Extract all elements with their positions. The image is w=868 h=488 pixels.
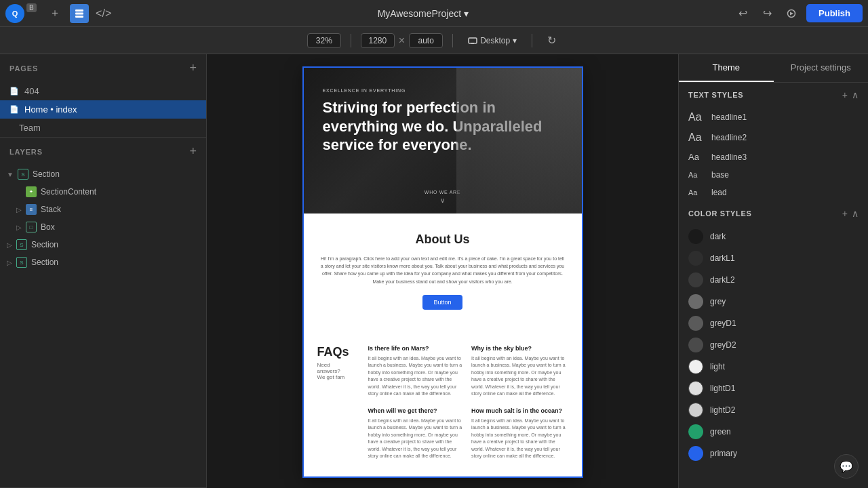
page-item-404[interactable]: 📄 404 xyxy=(0,82,206,100)
layer-box[interactable]: ▷ □ Box xyxy=(0,218,206,236)
text-style-lead[interactable]: Aa lead xyxy=(679,184,868,201)
faq-item-1: Is there life on Mars? It all begins wit… xyxy=(368,345,465,398)
canvas-area[interactable]: EXCELLENCE IN EVERYTHING Striving for pe… xyxy=(207,54,678,488)
device-selector[interactable]: Desktop ▾ xyxy=(462,31,522,50)
color-greyD1[interactable]: greyD1 xyxy=(679,312,868,334)
canvas-wrapper: EXCELLENCE IN EVERYTHING Striving for pe… xyxy=(304,68,582,476)
text-style-icon-h1: Aa xyxy=(688,111,705,123)
faq-item-2: Why is the sky blue? It all begins with … xyxy=(471,345,568,398)
faq-title: FAQs xyxy=(317,345,349,359)
layers-header: LAYERS + xyxy=(0,138,206,165)
color-darkL1[interactable]: darkL1 xyxy=(679,247,868,269)
toolbar-size-group: × xyxy=(361,33,443,48)
about-button[interactable]: Button xyxy=(422,295,462,310)
refresh-button[interactable]: ↻ xyxy=(542,31,561,50)
color-swatch-dark xyxy=(688,229,703,244)
color-greyD2[interactable]: greyD2 xyxy=(679,334,868,356)
height-input[interactable] xyxy=(409,33,443,48)
project-name[interactable]: MyAwesomeProject ▾ xyxy=(378,8,469,19)
expand-arrow-1: ▼ xyxy=(7,171,14,178)
publish-button[interactable]: Publish xyxy=(806,4,863,22)
color-darkL2[interactable]: darkL2 xyxy=(679,269,868,291)
add-color-style-button[interactable]: + xyxy=(842,208,848,219)
layer-section-2[interactable]: ▷ S Section xyxy=(0,236,206,253)
color-styles-section: COLOR STYLES + ∧ dark darkL1 darkL2 gr xyxy=(679,201,868,464)
expand-arrow-box: ▷ xyxy=(16,224,22,231)
faq-item-3: When will we get there? It all begins wi… xyxy=(368,407,465,460)
color-green[interactable]: green xyxy=(679,421,868,443)
color-swatch-darkL2 xyxy=(688,272,703,287)
badge: B xyxy=(26,3,37,12)
faq-question-1: Is there life on Mars? xyxy=(368,345,465,352)
about-section[interactable]: About Us Hi! I'm a paragraph. Click here… xyxy=(304,214,582,329)
hero-chevron-icon: ∨ xyxy=(440,197,446,204)
hero-who: WHO WE ARE ∨ xyxy=(425,190,460,204)
text-style-icon-base: Aa xyxy=(688,171,705,179)
tab-project-settings[interactable]: Project settings xyxy=(774,54,869,82)
size-separator: × xyxy=(399,35,405,47)
svg-rect-4 xyxy=(469,38,477,43)
add-page-button[interactable]: + xyxy=(189,61,197,75)
faq-grid: Is there life on Mars? It all begins wit… xyxy=(368,345,568,460)
faq-subtitle: Need answers? We got fam xyxy=(317,362,349,380)
text-style-headline2[interactable]: Aa headline2 xyxy=(679,127,868,148)
text-style-base[interactable]: Aa base xyxy=(679,166,868,184)
color-styles-header: COLOR STYLES + ∧ xyxy=(679,201,868,226)
text-style-icon-h2: Aa xyxy=(688,131,705,144)
color-lightD2[interactable]: lightD2 xyxy=(679,399,868,421)
faq-section[interactable]: FAQs Need answers? We got fam Is there l… xyxy=(304,329,582,476)
box-icon: □ xyxy=(26,222,37,232)
page-item-team[interactable]: Team xyxy=(0,119,206,137)
layer-stack[interactable]: ▷ ≡ Stack xyxy=(0,201,206,218)
toolbar-separator-3 xyxy=(532,34,532,47)
left-panel: PAGES + 📄 404 📄 Home • index Team LAYERS… xyxy=(0,54,207,488)
layer-section-1[interactable]: ▼ S Section xyxy=(0,165,206,183)
collapse-color-styles-button[interactable]: ∧ xyxy=(852,208,859,219)
text-style-icon-lead: Aa xyxy=(688,188,705,197)
preview-button[interactable] xyxy=(782,4,801,23)
text-style-headline1[interactable]: Aa headline1 xyxy=(679,107,868,127)
faq-question-3: When will we get there? xyxy=(368,407,465,414)
color-swatch-light xyxy=(688,359,703,374)
text-styles-section: TEXT STYLES + ∧ Aa headline1 Aa headline… xyxy=(679,83,868,201)
layer-section-3[interactable]: ▷ S Section xyxy=(0,253,206,271)
color-grey[interactable]: grey xyxy=(679,291,868,312)
topbar-left: Q B ＋ </> xyxy=(5,4,113,23)
hero-section[interactable]: EXCELLENCE IN EVERYTHING Striving for pe… xyxy=(304,68,582,214)
svg-rect-2 xyxy=(75,16,83,18)
color-styles-controls: + ∧ xyxy=(842,208,859,219)
collapse-text-styles-button[interactable]: ∧ xyxy=(852,89,859,100)
code-button[interactable]: </> xyxy=(94,4,113,23)
layers-button[interactable] xyxy=(70,4,89,23)
color-swatch-darkL1 xyxy=(688,251,703,266)
redo-button[interactable]: ↪ xyxy=(757,4,776,23)
width-input[interactable] xyxy=(361,33,395,48)
text-styles-header: TEXT STYLES + ∧ xyxy=(679,83,868,107)
right-tabs: Theme Project settings xyxy=(679,54,868,83)
stack-icon: ≡ xyxy=(26,204,37,215)
tab-theme[interactable]: Theme xyxy=(679,54,774,82)
faq-answer-1: It all begins with an idea. Maybe you wa… xyxy=(368,355,465,398)
chat-bubble[interactable]: 💬 xyxy=(834,454,859,479)
add-button[interactable]: ＋ xyxy=(45,4,64,23)
color-lightD1[interactable]: lightD1 xyxy=(679,378,868,399)
pages-header: PAGES + xyxy=(0,54,206,82)
hero-title: Striving for perfection in everything we… xyxy=(323,98,563,155)
section-content-icon: ✦ xyxy=(26,186,37,197)
add-text-style-button[interactable]: + xyxy=(842,89,848,100)
expand-arrow-3: ▷ xyxy=(7,259,12,266)
layer-section-content[interactable]: ▷ ✦ SectionContent xyxy=(0,183,206,201)
faq-question-2: Why is the sky blue? xyxy=(471,345,568,352)
page-item-home[interactable]: 📄 Home • index xyxy=(0,100,206,119)
zoom-input[interactable] xyxy=(307,33,341,48)
text-style-headline3[interactable]: Aa headline3 xyxy=(679,148,868,166)
layers-section: LAYERS + ▼ S Section ▷ ✦ SectionContent … xyxy=(0,138,206,488)
undo-button[interactable]: ↩ xyxy=(733,4,752,23)
color-swatch-greyD1 xyxy=(688,316,703,331)
chat-icon: 💬 xyxy=(840,460,853,473)
expand-arrow-stack: ▷ xyxy=(16,206,22,214)
color-light[interactable]: light xyxy=(679,356,868,378)
color-dark[interactable]: dark xyxy=(679,226,868,247)
add-layer-button[interactable]: + xyxy=(189,144,197,159)
color-swatch-lightD2 xyxy=(688,403,703,418)
